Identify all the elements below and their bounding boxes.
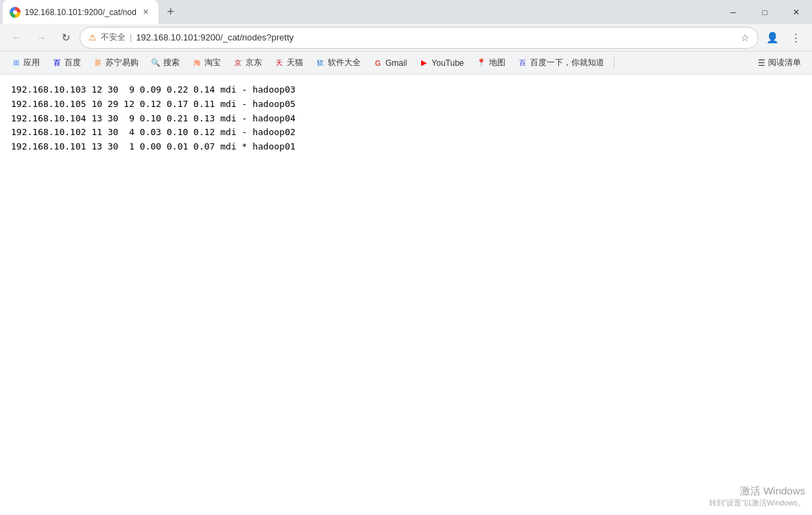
bookmark-apps-label: 应用 bbox=[23, 57, 40, 69]
back-button[interactable]: ← bbox=[5, 27, 27, 49]
tab-close-button[interactable]: ✕ bbox=[141, 7, 152, 18]
account-icon: 👤 bbox=[766, 32, 779, 44]
bookmark-baiduxia-label: 百度一下，你就知道 bbox=[530, 57, 604, 69]
bookmark-taobao[interactable]: 淘 淘宝 bbox=[187, 54, 226, 71]
bookmark-baiduxia[interactable]: 百 百度一下，你就知道 bbox=[512, 54, 610, 71]
security-warning-icon: ⚠ bbox=[88, 32, 97, 43]
youtube-icon: ▶ bbox=[419, 58, 429, 68]
windows-watermark: 激活 Windows 转到"设置"以激活Windows。 bbox=[709, 485, 805, 508]
bookmark-maps[interactable]: 📍 地图 bbox=[471, 54, 511, 71]
bookmark-star-icon[interactable]: ☆ bbox=[741, 32, 750, 43]
maps-icon: 📍 bbox=[477, 58, 486, 68]
reading-mode-icon: ☰ bbox=[758, 58, 765, 68]
reading-mode-button[interactable]: ☰ 阅读清单 bbox=[752, 54, 807, 71]
new-tab-button[interactable]: + bbox=[161, 3, 180, 22]
minimize-button[interactable]: ─ bbox=[717, 0, 749, 24]
tmall-icon: 天 bbox=[274, 58, 284, 68]
nodes-output: 192.168.10.103 12 30 9 0.09 0.22 0.14 md… bbox=[11, 83, 801, 154]
bookmark-jd-label: 京东 bbox=[246, 57, 262, 69]
gmail-icon: G bbox=[373, 58, 383, 68]
bookmark-soft-label: 软件大全 bbox=[328, 57, 361, 69]
address-bar[interactable]: ⚠ 不安全 | 192.168.10.101:9200/_cat/nodes?p… bbox=[80, 27, 759, 49]
bookmark-soft[interactable]: 软 软件大全 bbox=[310, 54, 366, 71]
bookmark-youtube-label: YouTube bbox=[431, 58, 464, 68]
jd-icon: 京 bbox=[233, 58, 243, 68]
bookmark-youtube[interactable]: ▶ YouTube bbox=[414, 56, 469, 71]
bookmark-gmail[interactable]: G Gmail bbox=[368, 56, 412, 71]
baidu-icon: 百 bbox=[52, 58, 62, 68]
close-button[interactable]: ✕ bbox=[780, 0, 812, 24]
maximize-button[interactable]: □ bbox=[749, 0, 780, 24]
more-icon: ⋮ bbox=[791, 32, 801, 44]
bookmark-search[interactable]: 🔍 搜索 bbox=[145, 54, 185, 71]
suning-icon: 苏 bbox=[93, 58, 103, 68]
bookmark-maps-label: 地图 bbox=[489, 57, 505, 69]
tab-title: 192.168.10.101:9200/_cat/nod bbox=[25, 8, 136, 17]
bookmarks-separator bbox=[614, 57, 614, 69]
bookmark-suning[interactable]: 苏 苏宁易购 bbox=[88, 54, 144, 71]
bookmark-baidu-label: 百度 bbox=[64, 57, 81, 69]
titlebar: 192.168.10.101:9200/_cat/nod ✕ + ─ □ ✕ bbox=[0, 0, 812, 24]
active-tab[interactable]: 192.168.10.101:9200/_cat/nod ✕ bbox=[3, 0, 158, 24]
bookmark-tmall[interactable]: 天 天猫 bbox=[269, 54, 309, 71]
account-button[interactable]: 👤 bbox=[761, 27, 783, 49]
baiduxia-icon: 百 bbox=[518, 58, 527, 68]
soft-icon: 软 bbox=[315, 58, 325, 68]
bookmark-suning-label: 苏宁易购 bbox=[106, 57, 139, 69]
bookmarks-bar: ⊞ 应用 百 百度 苏 苏宁易购 🔍 搜索 淘 淘宝 京 京东 天 天猫 软 软… bbox=[0, 51, 812, 75]
taobao-icon: 淘 bbox=[192, 58, 202, 68]
navbar: ← → ↻ ⚠ 不安全 | 192.168.10.101:9200/_cat/n… bbox=[0, 24, 812, 51]
bookmark-apps[interactable]: ⊞ 应用 bbox=[5, 54, 45, 71]
bookmark-baidu[interactable]: 百 百度 bbox=[47, 54, 86, 71]
bookmark-search-label: 搜索 bbox=[163, 57, 180, 69]
nav-right-icons: 👤 ⋮ bbox=[761, 27, 807, 49]
address-separator: | bbox=[130, 32, 132, 43]
forward-icon: → bbox=[36, 32, 47, 43]
security-text: 不安全 bbox=[101, 32, 126, 43]
watermark-line2: 转到"设置"以激活Windows。 bbox=[709, 498, 805, 508]
watermark-line1: 激活 Windows bbox=[709, 485, 805, 498]
reading-mode-label: 阅读清单 bbox=[768, 57, 801, 69]
more-menu-button[interactable]: ⋮ bbox=[785, 27, 807, 49]
reload-button[interactable]: ↻ bbox=[55, 27, 77, 49]
url-display: 192.168.10.101:9200/_cat/nodes?pretty bbox=[136, 32, 737, 43]
bookmark-tmall-label: 天猫 bbox=[287, 57, 303, 69]
bookmark-jd[interactable]: 京 京东 bbox=[228, 54, 267, 71]
content-area: 192.168.10.103 12 30 9 0.09 0.22 0.14 md… bbox=[0, 75, 812, 163]
search-icon: 🔍 bbox=[151, 58, 160, 68]
tab-favicon bbox=[10, 7, 21, 18]
back-icon: ← bbox=[12, 32, 22, 43]
forward-button[interactable]: → bbox=[30, 27, 52, 49]
reload-icon: ↻ bbox=[62, 32, 71, 44]
bookmark-taobao-label: 淘宝 bbox=[204, 57, 221, 69]
bookmark-gmail-label: Gmail bbox=[385, 58, 407, 68]
apps-icon: ⊞ bbox=[11, 58, 21, 68]
window-controls: ─ □ ✕ bbox=[717, 0, 812, 24]
